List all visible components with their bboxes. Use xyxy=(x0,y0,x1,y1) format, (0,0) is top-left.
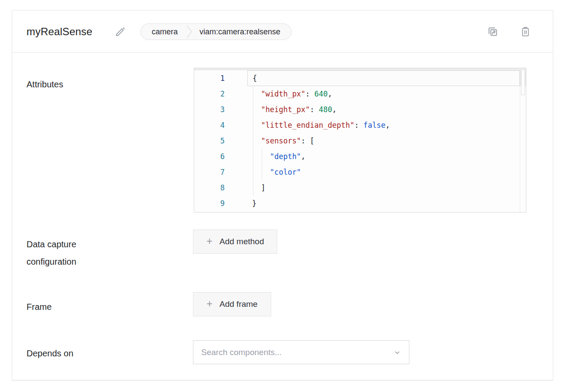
code-token xyxy=(252,183,261,192)
component-type-pill: camera viam:camera:realsense xyxy=(140,23,292,40)
search-components-input[interactable] xyxy=(201,348,393,357)
code-line: "depth", xyxy=(247,149,520,164)
code-token: : xyxy=(306,90,314,98)
code-area: { "width_px": 640, "height_px": 480, "li… xyxy=(247,68,520,212)
code-token: "depth" xyxy=(270,152,301,161)
editor-top-strip xyxy=(194,68,526,70)
line-number-gutter: 123456789 xyxy=(194,68,247,212)
code-token: : xyxy=(354,121,363,130)
edit-name-button[interactable] xyxy=(113,24,129,40)
code-token: "height_px" xyxy=(261,105,310,114)
code-token: , xyxy=(332,105,336,114)
line-number: 7 xyxy=(194,164,247,180)
frame-label: Frame xyxy=(27,298,52,316)
chevron-down-icon xyxy=(393,349,401,356)
code-token: 640 xyxy=(314,90,328,98)
code-token: "color" xyxy=(270,168,301,176)
component-type: camera xyxy=(141,27,186,37)
attributes-label: Attributes xyxy=(27,76,63,93)
depends-on-select[interactable] xyxy=(193,340,409,364)
code-token: ] xyxy=(261,183,265,192)
component-card: myRealSense camera viam:camera:realsense xyxy=(12,10,553,380)
add-frame-label: Add frame xyxy=(219,299,258,309)
line-number: 3 xyxy=(194,102,247,117)
header-actions xyxy=(485,10,532,53)
add-method-button[interactable]: + Add method xyxy=(193,229,277,254)
code-line: "height_px": 480, xyxy=(247,102,520,117)
line-number: 1 xyxy=(194,70,247,86)
code-token: false xyxy=(363,121,386,130)
code-token xyxy=(252,105,261,114)
code-token: , xyxy=(328,90,332,98)
line-number: 4 xyxy=(194,117,247,133)
code-token: 480 xyxy=(319,105,332,114)
code-token: , xyxy=(301,152,306,161)
code-token: { xyxy=(253,74,257,83)
editor-scrollbar[interactable] xyxy=(520,68,526,212)
code-line: "width_px": 640, xyxy=(247,86,520,102)
component-model: viam:camera:realsense xyxy=(193,27,291,37)
code-token xyxy=(252,90,261,98)
code-token xyxy=(252,152,270,161)
code-token: , xyxy=(386,121,390,130)
code-token: "sensors" xyxy=(261,136,301,145)
duplicate-icon xyxy=(485,33,500,40)
line-number: 8 xyxy=(194,180,247,196)
code-token: : xyxy=(310,105,319,114)
code-line: { xyxy=(247,70,520,86)
line-number: 2 xyxy=(194,86,247,102)
attributes-code-editor[interactable]: 123456789 { "width_px": 640, "height_px"… xyxy=(194,68,526,213)
plus-icon: + xyxy=(206,236,213,246)
data-capture-label: Data capture configuration xyxy=(27,236,76,270)
duplicate-button[interactable] xyxy=(485,24,500,39)
code-line: } xyxy=(247,196,520,211)
component-card-header: myRealSense camera viam:camera:realsense xyxy=(12,10,553,53)
depends-on-label: Depends on xyxy=(27,345,73,362)
delete-button[interactable] xyxy=(519,25,532,38)
pill-separator-icon xyxy=(186,24,193,40)
code-line: "little_endian_depth": false, xyxy=(247,117,520,133)
code-token xyxy=(252,168,270,176)
code-token: "little_endian_depth" xyxy=(261,121,354,130)
plus-icon: + xyxy=(206,299,213,309)
code-line: ] xyxy=(247,180,520,196)
line-number: 9 xyxy=(194,196,247,211)
scrollbar-thumb[interactable] xyxy=(521,69,525,95)
code-line: "sensors": [ xyxy=(247,133,520,149)
line-number: 6 xyxy=(194,149,247,164)
code-line: "color" xyxy=(247,164,520,180)
code-token: "width_px" xyxy=(261,90,305,98)
add-method-label: Add method xyxy=(219,237,264,246)
line-number: 5 xyxy=(194,133,247,149)
code-token xyxy=(252,136,261,145)
pencil-icon xyxy=(114,25,127,39)
code-token xyxy=(252,121,261,130)
code-token: : [ xyxy=(301,136,315,145)
component-name: myRealSense xyxy=(27,10,93,53)
trash-icon xyxy=(519,33,532,40)
add-frame-button[interactable]: + Add frame xyxy=(193,292,271,316)
code-token: } xyxy=(252,199,256,208)
